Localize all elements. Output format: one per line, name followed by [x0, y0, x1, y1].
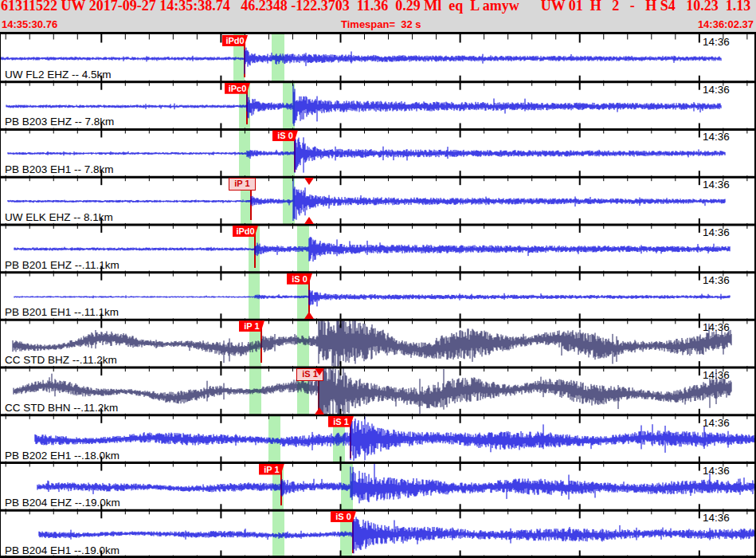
pick-flag[interactable]: iP 1 — [229, 178, 256, 191]
minute-tick-label: 14:36 — [703, 179, 730, 191]
trace-row: iPc0PB B203 EHZ -- 7.8km14:36 — [0, 82, 756, 130]
predicted-arrival-triangle — [304, 178, 314, 185]
trace-label: PB B204 EHZ --.19.0km — [5, 497, 120, 509]
trace-row: iP 1CC STD BHZ --.11.2km14:36 — [0, 320, 756, 367]
pick-flag[interactable]: iS 0 — [272, 130, 298, 141]
predicted-arrival-triangle — [304, 312, 314, 319]
trace-label: CC STD BHN --.11.2km — [5, 402, 118, 414]
minute-tick-label: 14:36 — [703, 131, 730, 143]
predicted-arrival-triangle — [315, 407, 324, 415]
trace-label: PB B203 EH1 -- 7.8km — [5, 163, 114, 175]
app-window: 61311522 UW 2017-09-27 14:35:38.74 46.23… — [0, 0, 756, 558]
pick-flag[interactable]: iP 1 — [259, 464, 284, 475]
pick-flag[interactable]: iS 1 — [328, 416, 354, 427]
pick-flag[interactable]: iP 1 — [239, 320, 264, 332]
trace-label: PB B202 EH1 --.18.0km — [5, 450, 119, 462]
trace-row: iS 0PB B201 EH1 --.11.1km14:36 — [0, 273, 756, 320]
trace-row: iPd0PB B201 EHZ --.11.1km14:36 — [0, 225, 756, 273]
minute-tick-label: 14:36 — [703, 512, 730, 524]
trace-row: iP 1PB B204 EHZ --.19.0km14:36 — [0, 463, 756, 511]
trace-label: UW ELK EHZ -- 8.1km — [5, 211, 113, 223]
trace-row: iS 0PB B203 EH1 -- 7.8km14:36 — [0, 129, 756, 177]
minute-tick-label: 14:36 — [703, 321, 730, 333]
pick-flag[interactable]: iPd0 — [222, 35, 248, 46]
predicted-arrival-triangle — [304, 217, 314, 224]
minute-tick-label: 14:36 — [703, 226, 730, 238]
trace-row: iS 1PB B202 EH1 --.18.0km14:36 — [0, 415, 756, 463]
trace-area: iPd0UW FL2 EHZ -- 4.5km14:36iPc0PB B203 … — [0, 0, 756, 558]
trace-row: iS 1CC STD BHN --.11.2km14:36 — [0, 367, 756, 415]
predicted-arrival-triangle — [315, 368, 324, 375]
trace-label: PB B203 EHZ -- 7.8km — [5, 116, 114, 128]
pick-flag[interactable]: iPc0 — [225, 83, 250, 94]
minute-tick-label: 14:36 — [703, 417, 730, 429]
minute-tick-label: 14:36 — [703, 369, 730, 381]
waveform[interactable] — [0, 34, 756, 82]
trace-label: PB B201 EHZ --.11.1km — [5, 259, 119, 271]
trace-label: UW FL2 EHZ -- 4.5km — [5, 69, 112, 81]
trace-label: PB B201 EH1 --.11.1km — [5, 306, 119, 318]
minute-tick-label: 14:36 — [703, 84, 730, 96]
pick-flag[interactable]: iS 0 — [287, 273, 312, 285]
trace-label: CC STD BHZ --.11.2km — [5, 354, 117, 366]
trace-label: PB B204 EH1 --.19.0km — [5, 544, 119, 556]
minute-tick-label: 14:36 — [703, 465, 730, 477]
trace-row: iS 0PB B204 EH1 --.19.0km14:36 — [0, 510, 756, 558]
minute-tick-label: 14:36 — [703, 274, 730, 286]
pick-flag[interactable]: iS 0 — [331, 511, 356, 522]
waveform[interactable] — [0, 177, 756, 225]
trace-row: iPd0UW FL2 EHZ -- 4.5km14:36 — [0, 34, 756, 82]
trace-row: iP 1UW ELK EHZ -- 8.1km14:36 — [0, 177, 756, 225]
pick-flag[interactable]: iPd0 — [233, 226, 258, 237]
minute-tick-label: 14:36 — [703, 36, 730, 48]
